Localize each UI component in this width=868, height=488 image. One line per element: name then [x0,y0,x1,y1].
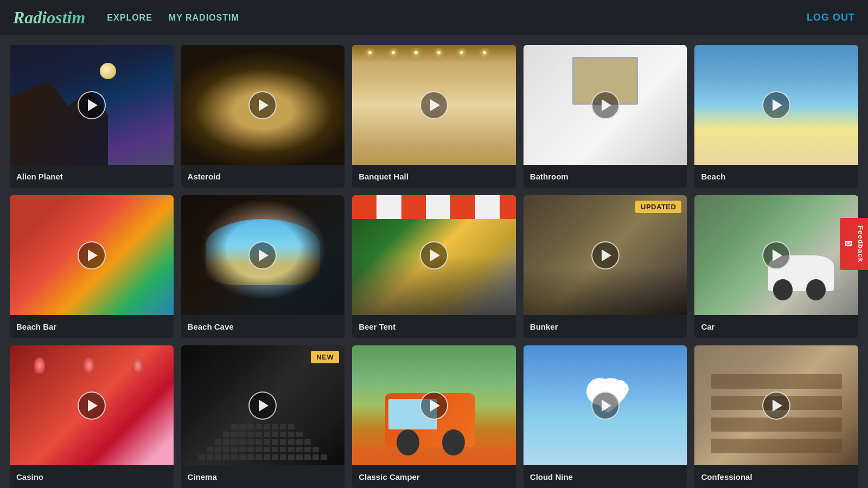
play-button-beach[interactable] [762,91,790,119]
play-button-casino[interactable] [78,391,106,420]
play-button-car[interactable] [762,241,790,269]
card-bathroom[interactable]: Bathroom [524,45,687,188]
play-icon [773,99,782,111]
card-banquet-hall[interactable]: Banquet Hall [352,45,516,188]
play-button-asteroid[interactable] [248,91,277,119]
play-icon [430,400,440,412]
play-button-cinema[interactable] [248,391,277,420]
play-button-alien-planet[interactable] [78,91,106,119]
card-label-beach-cave: Beach Cave [181,315,345,338]
play-button-bunker[interactable] [591,241,620,269]
card-car[interactable]: Car [694,195,858,338]
card-label-casino: Casino [10,465,174,488]
play-icon [88,400,98,412]
card-label-classic-camper: Classic Camper [352,465,516,488]
play-button-beer-tent[interactable] [420,241,448,269]
card-label-cloud-nine: Cloud Nine [524,465,687,488]
play-icon [430,249,440,261]
card-beach-cave[interactable]: Beach Cave [181,195,345,338]
card-label-beach: Beach [694,165,858,188]
play-button-bathroom[interactable] [591,91,620,119]
card-asteroid[interactable]: Asteroid [181,45,345,188]
play-button-classic-camper[interactable] [420,391,448,420]
play-icon [602,99,611,111]
feedback-tab[interactable]: Feedback ✉ [840,218,868,270]
card-label-bunker: Bunker [524,315,687,338]
play-button-cloud-nine[interactable] [591,391,620,420]
play-button-beach-cave[interactable] [248,241,277,269]
play-button-banquet-hall[interactable] [420,91,448,119]
play-icon [88,249,98,261]
nav-my-radiostim[interactable]: MY RADIOSTIM [169,13,239,23]
card-beer-tent[interactable]: Beer Tent [352,195,516,338]
play-icon [773,400,782,412]
card-bunker[interactable]: UPDATEDBunker [524,195,687,338]
header-left: Radiostim EXPLORE MY RADIOSTIM [13,8,239,28]
card-label-confessional: Confessional [694,465,858,488]
card-cloud-nine[interactable]: Cloud Nine [524,345,687,488]
card-beach[interactable]: Beach [694,45,858,188]
card-label-bathroom: Bathroom [524,165,687,188]
header: Radiostim EXPLORE MY RADIOSTIM LOG OUT [0,0,868,35]
card-label-asteroid: Asteroid [181,165,345,188]
play-icon [259,400,269,412]
card-label-beach-bar: Beach Bar [10,315,174,338]
card-cinema[interactable]: NEWCinema [181,345,345,488]
play-icon [430,99,440,111]
nav-links: EXPLORE MY RADIOSTIM [107,13,239,23]
badge-bunker: UPDATED [635,201,681,213]
badge-cinema: NEW [311,351,339,363]
card-grid: Alien PlanetAsteroidBanquet HallBathroom… [0,35,868,488]
play-icon [259,99,269,111]
card-label-alien-planet: Alien Planet [10,165,174,188]
card-alien-planet[interactable]: Alien Planet [10,45,174,188]
play-icon [773,249,782,261]
logout-button[interactable]: LOG OUT [807,12,855,23]
play-icon [602,400,611,412]
card-label-car: Car [694,315,858,338]
card-label-beer-tent: Beer Tent [352,315,516,338]
card-label-banquet-hall: Banquet Hall [352,165,516,188]
play-icon [259,249,269,261]
card-beach-bar[interactable]: Beach Bar [10,195,174,338]
card-label-cinema: Cinema [181,465,345,488]
card-classic-camper[interactable]: Classic Camper [352,345,516,488]
play-icon [88,99,98,111]
play-button-confessional[interactable] [762,391,790,420]
logo[interactable]: Radiostim [13,8,85,28]
feedback-icon: ✉ [843,239,853,249]
play-button-beach-bar[interactable] [78,241,106,269]
nav-explore[interactable]: EXPLORE [107,13,152,23]
feedback-label: Feedback [857,226,865,262]
card-confessional[interactable]: Confessional [694,345,858,488]
play-icon [602,249,611,261]
card-casino[interactable]: Casino [10,345,174,488]
